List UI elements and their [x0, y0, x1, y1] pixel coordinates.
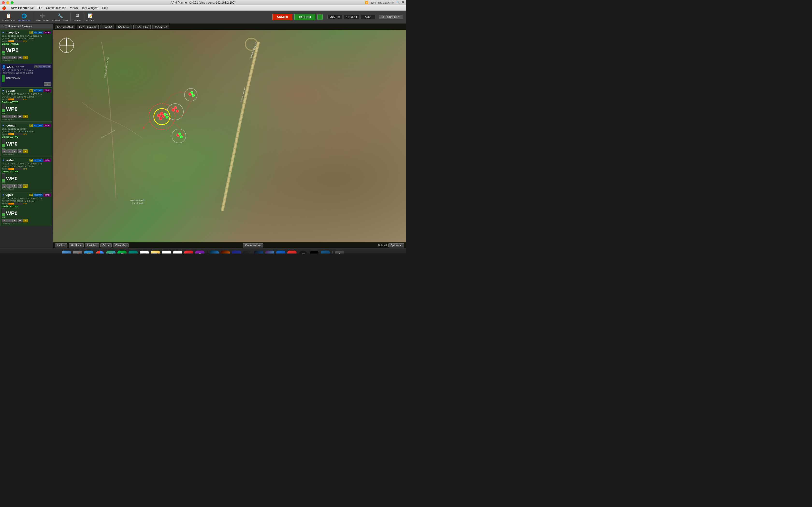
goose-wp: WP0 [6, 106, 18, 112]
go-home-button[interactable]: Go Home [69, 243, 84, 247]
apple-logo[interactable]: 🍎 [2, 6, 6, 10]
jester-ctrl-2[interactable]: ⏸ [7, 184, 12, 187]
goose-battery-fill [2, 109, 5, 112]
jester-ctrl-5[interactable]: ■ [23, 184, 28, 187]
dock-launchpad[interactable]: 🚀 [72, 250, 83, 254]
jester-ctrl-3[interactable]: ▶ [12, 184, 17, 187]
dock-chrome[interactable]: G [95, 250, 105, 254]
jester-ctrl-1[interactable]: ■ [2, 184, 6, 187]
dock-maps[interactable]: 🗺 [106, 250, 116, 254]
uav-dot-green-2[interactable] [165, 116, 168, 119]
iceman-ctrl-2[interactable]: ⏸ [7, 150, 12, 153]
clear-map-button[interactable]: Clear Map [113, 243, 129, 247]
viper-ctrl-1[interactable]: ■ [2, 219, 6, 222]
toolbar: 📋 FLIGHT DATA 🌐 FLIGHT PLAN ➕ INITIAL SE… [0, 11, 406, 24]
maps-icon: 🗺 [109, 252, 113, 253]
maverick-ctrl-5[interactable]: ■ [23, 56, 28, 59]
last-pos-button[interactable]: Last Pos [85, 243, 99, 247]
viper-ctrl-2[interactable]: ⏸ [7, 219, 12, 222]
dock-reminders[interactable]: ☑ [172, 250, 183, 254]
jester-ctrl-4[interactable]: ▶▶ [18, 184, 22, 187]
dock-trash[interactable]: 🗑 [335, 250, 345, 254]
goose-ctrl-1[interactable]: ■ [2, 115, 6, 118]
goose-ctrl-3[interactable]: ▶ [12, 115, 17, 118]
maverick-ctrl-1[interactable]: ■ [2, 56, 6, 59]
map-area[interactable]: LAT: 32.9903 LON: -117.129 FIX: 3D SATS:… [53, 24, 406, 248]
guided-button[interactable]: GUIDED [294, 14, 315, 20]
close-button[interactable] [2, 1, 5, 4]
iceman-frame: Frame: QUAD [2, 153, 51, 155]
toolbar-flight-data[interactable]: 📋 FLIGHT DATA [1, 12, 16, 22]
dock-rider[interactable]: ▶ [254, 250, 264, 254]
uav-dot-s2[interactable] [174, 106, 177, 109]
toolbar-flight-plan[interactable]: 🌐 FLIGHT PLAN [17, 12, 32, 22]
panel-float-button[interactable]: ▢ [5, 24, 7, 28]
viper-row1: Calc. 00:01:19 033.0E -117.15 0263.0 m [2, 197, 51, 200]
dock-music[interactable]: 🎵 [184, 250, 194, 254]
menu-file[interactable]: File [38, 6, 42, 10]
uav-dot-s3[interactable] [176, 110, 179, 113]
disconnect-button[interactable]: DISCONNECT 🔌 [379, 15, 403, 19]
maximize-button[interactable] [11, 1, 13, 4]
toolbar-graphs[interactable]: 🖥 GRAPHS [71, 12, 83, 22]
iceman-ctrl-5[interactable]: ■ [23, 150, 28, 153]
dock-spotify[interactable]: 🎵 [298, 250, 308, 254]
goose-name: goose [6, 89, 15, 93]
bottom-dot-2[interactable] [179, 132, 181, 135]
dock-photos[interactable]: 🖼 [161, 250, 171, 254]
dock-photoshop[interactable]: Ps [209, 250, 219, 254]
search-icon[interactable]: 🔍 [396, 1, 400, 4]
maverick-ctrl-3[interactable]: ▶ [12, 56, 17, 59]
goose-ctrl-5[interactable]: ■ [23, 115, 28, 118]
dock-jetbrains[interactable]: ⚙ [242, 250, 253, 254]
satellite-map[interactable]: N S E W Carmel Valley Rd Carmel Valley R… [53, 30, 406, 242]
dock-apm[interactable]: ✈ [320, 250, 331, 254]
toolbar-donate[interactable]: 📝 DONATE [85, 12, 96, 22]
iceman-ctrl-1[interactable]: ■ [2, 150, 6, 153]
bottom-dot-3[interactable] [180, 135, 183, 138]
menu-views[interactable]: Views [70, 6, 78, 10]
maverick-ctrl-2[interactable]: ⏸ [7, 56, 12, 59]
dock-calendar[interactable]: 📅 [139, 250, 149, 254]
green-cluster-g2[interactable] [192, 94, 195, 97]
goose-ctrl-4[interactable]: ▶▶ [18, 115, 22, 118]
dock-slack[interactable]: # [265, 250, 275, 254]
toolbar-initial-setup[interactable]: ➕ INITIAL SETUP [34, 12, 51, 22]
dock-messages[interactable]: 💬 [117, 250, 127, 254]
cache-button[interactable]: Cache [100, 243, 112, 247]
menu-icon[interactable]: ☰ [402, 1, 404, 4]
goose-ctrl-2[interactable]: ⏸ [7, 115, 12, 118]
iceman-ctrl-3[interactable]: ▶ [12, 150, 17, 153]
app-name[interactable]: APM Planner 2.0 [11, 6, 34, 10]
viper-ctrl-4[interactable]: ▶▶ [18, 219, 22, 222]
map-options-button[interactable]: Options ▼ [388, 243, 404, 247]
menu-tool-widgets[interactable]: Tool Widgets [82, 6, 98, 10]
goose-row2: QUADROTOR 0263.0 m 5.2 m/s [2, 96, 51, 98]
maverick-ctrl-4[interactable]: ▶▶ [18, 56, 22, 59]
menu-communication[interactable]: Communication [46, 6, 66, 10]
uav-dot-green-1[interactable] [164, 113, 167, 116]
dock-notes[interactable]: 📝 [150, 250, 160, 254]
armed-button[interactable]: ARMED [272, 14, 293, 20]
green-cluster-g1[interactable] [191, 91, 193, 94]
gcs-play-button[interactable]: ▶ [44, 82, 51, 86]
dock-office[interactable]: O [287, 250, 297, 254]
dock-illustrator[interactable]: Ai [220, 250, 230, 254]
dock-podcasts[interactable]: 🎙 [195, 250, 205, 254]
dock-vectorize[interactable]: ✈ [231, 250, 242, 254]
minimize-button[interactable] [6, 1, 9, 4]
lat-lon-button[interactable]: Lat/Lon [55, 243, 67, 247]
dock-finder[interactable]: 🔵 [61, 250, 71, 254]
panel-close-button[interactable]: ✕ [1, 24, 4, 28]
dock-iterm[interactable]: >_ [309, 250, 319, 254]
dock-facetime[interactable]: 📹 [128, 250, 138, 254]
menu-help[interactable]: Help [102, 6, 108, 10]
toolbar-config-tuning[interactable]: 🔧 CONFIG/TUNING [51, 12, 69, 22]
viper-ctrl-5[interactable]: ■ [23, 219, 28, 222]
viper-ctrl-3[interactable]: ▶ [12, 219, 17, 222]
dock-word[interactable]: W [276, 250, 286, 254]
uav-dot-4[interactable] [159, 117, 162, 120]
iceman-ctrl-4[interactable]: ▶▶ [18, 150, 22, 153]
dock-safari[interactable]: 🧭 [84, 250, 94, 254]
centre-on-uav-button[interactable]: Centre on UAV [243, 243, 263, 247]
